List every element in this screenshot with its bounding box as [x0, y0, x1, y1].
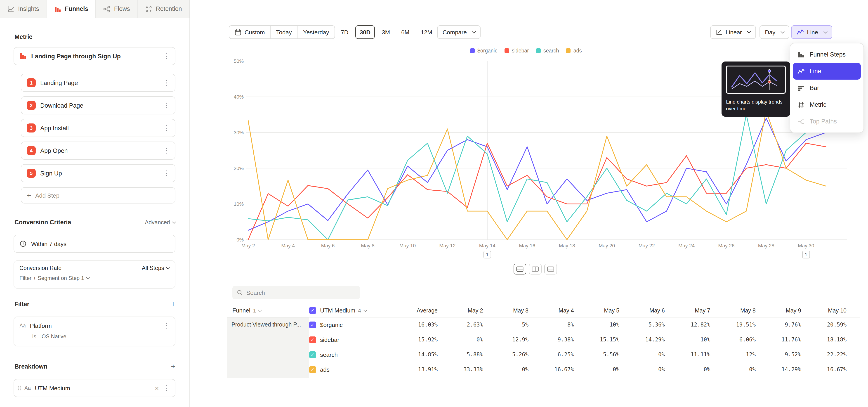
tab-retention[interactable]: Retention [138, 0, 190, 18]
svg-text:May 14: May 14 [479, 243, 495, 249]
kebab-icon[interactable]: ⋮ [162, 101, 170, 109]
table-row-organic[interactable]: ✓$organic16.03%2.63%5%8%10%5.36%12.82%19… [227, 317, 860, 333]
day-value-cell: 5.36% [619, 321, 665, 328]
menu-item-line[interactable]: Line [793, 63, 861, 80]
average-value-cell: 15.92% [377, 337, 438, 343]
filter-operator[interactable]: Is [32, 333, 36, 340]
all-steps-dropdown[interactable]: All Steps [142, 265, 169, 271]
interval-day-button[interactable]: Day [760, 25, 789, 39]
menu-item-funnel-steps[interactable]: Funnel Steps [793, 46, 861, 63]
svg-text:1: 1 [805, 252, 807, 257]
chevron-down-icon [258, 308, 262, 312]
filter-segment-label: Filter + Segment on Step 1 [20, 275, 84, 281]
svg-text:May 2: May 2 [241, 243, 255, 249]
funnel-step-1[interactable]: 1 Landing Page ⋮ [21, 74, 176, 92]
kebab-icon[interactable]: ⋮ [162, 79, 170, 87]
series-checkbox[interactable]: ✓ [309, 366, 316, 373]
today-button[interactable]: Today [271, 26, 298, 38]
kebab-icon[interactable]: ⋮ [162, 124, 170, 132]
legend-item-ads[interactable]: ads [566, 48, 582, 53]
layout-rows-icon [516, 267, 524, 272]
remove-breakdown-icon[interactable]: × [152, 384, 161, 392]
svg-text:30%: 30% [234, 130, 244, 135]
conversion-rate-label: Conversion Rate [20, 265, 61, 271]
linear-scale-button[interactable]: Linear [710, 25, 756, 39]
kebab-icon[interactable]: ⋮ [162, 169, 170, 177]
svg-text:20%: 20% [234, 165, 244, 171]
today-label: Today [276, 29, 292, 35]
kebab-icon[interactable]: ⋮ [162, 147, 170, 155]
funnel-step-3[interactable]: 3 App Install ⋮ [21, 119, 176, 137]
table-row-sidebar[interactable]: ✓sidebar15.92%0%12.9%9.38%15.15%14.29%10… [227, 333, 860, 347]
range-button-12m[interactable]: 12M [416, 25, 437, 39]
day-value-cell: 0% [619, 351, 665, 358]
kebab-icon[interactable]: ⋮ [162, 52, 170, 60]
conversion-criteria-heading: Conversion Criteria [14, 219, 71, 226]
tab-flows[interactable]: Flows [96, 0, 138, 18]
yesterday-label: Yesterday [303, 29, 329, 35]
range-button-3m[interactable]: 3M [377, 25, 395, 39]
day-label: Day [765, 29, 775, 35]
kebab-icon[interactable]: ⋮ [162, 384, 170, 392]
breakdown-heading: Breakdown [14, 363, 48, 370]
menu-item-top-paths[interactable]: Top Paths [793, 113, 861, 130]
layout-rows-toggle[interactable] [514, 264, 526, 275]
custom-date-button[interactable]: Custom [229, 26, 271, 38]
day-value-cell: 33.33% [438, 366, 483, 373]
funnel-step-5[interactable]: 5 Sign Up ⋮ [21, 164, 176, 182]
legend-item-organic[interactable]: $organic [470, 48, 497, 53]
advanced-dropdown[interactable]: Advanced [145, 219, 176, 225]
svg-text:May 22: May 22 [639, 243, 655, 249]
all-steps-label: All Steps [142, 265, 164, 271]
filter-card[interactable]: Aa Platform ⋮ Is iOS Native [13, 317, 176, 346]
legend-swatch [566, 49, 571, 53]
kebab-icon[interactable]: ⋮ [162, 321, 170, 330]
step-label: App Install [40, 125, 69, 131]
filter-segment-dropdown[interactable]: Filter + Segment on Step 1 [20, 275, 169, 281]
series-name-cell: ✓sidebar [309, 336, 377, 343]
add-step-button[interactable]: + Add Step [21, 187, 176, 204]
menu-item-label: Top Paths [810, 118, 837, 125]
legend-item-search[interactable]: search [536, 48, 559, 53]
menu-item-metric[interactable]: Metric [793, 96, 861, 113]
series-checkbox[interactable]: ✓ [309, 351, 316, 358]
chevron-down-icon [824, 30, 827, 33]
svg-text:May 26: May 26 [718, 243, 735, 249]
funnel-step-2[interactable]: 2 Download Page ⋮ [21, 96, 176, 115]
day-value-cell: 8% [528, 321, 574, 328]
breakdown-card[interactable]: Aa UTM Medium × ⋮ [13, 379, 176, 397]
day-value-cell: 14.29% [756, 366, 801, 373]
yesterday-button[interactable]: Yesterday [298, 26, 335, 38]
legend-item-sidebar[interactable]: sidebar [504, 48, 529, 53]
utm-medium-column-dropdown[interactable]: ✓ UTM Medium 4 [309, 307, 377, 314]
range-button-6m[interactable]: 6M [397, 25, 414, 39]
filter-value[interactable]: iOS Native [40, 333, 66, 340]
compare-button[interactable]: Compare [437, 25, 481, 39]
funnel-column-dropdown[interactable]: Funnel 1 [227, 307, 309, 314]
tab-funnels[interactable]: Funnels [47, 0, 96, 18]
day-value-cell: 11.11% [665, 351, 710, 358]
flows-icon [103, 5, 111, 12]
chart-type-button[interactable]: Line [791, 25, 832, 39]
series-name: ads [320, 366, 330, 373]
add-breakdown-button[interactable]: + [171, 363, 176, 370]
funnel-step-4[interactable]: 4 App Open ⋮ [21, 142, 176, 160]
series-checkbox[interactable]: ✓ [309, 336, 316, 343]
search-input[interactable] [246, 289, 355, 296]
range-button-30d[interactable]: 30D [355, 25, 375, 39]
tab-insights[interactable]: Insights [0, 0, 47, 18]
utm-column-count: 4 [358, 307, 361, 314]
day-value-cell: 16.67% [528, 366, 574, 373]
layout-bottom-toggle[interactable] [544, 264, 557, 275]
conversion-window-card[interactable]: Within 7 days [13, 235, 176, 253]
menu-item-bar[interactable]: Bar [793, 80, 861, 96]
add-filter-button[interactable]: + [171, 300, 176, 308]
select-all-checkbox[interactable]: ✓ [309, 307, 316, 314]
series-checkbox[interactable]: ✓ [309, 321, 316, 328]
drag-handle-icon[interactable] [18, 385, 21, 391]
layout-columns-toggle[interactable] [529, 264, 541, 275]
funnel-metric-card[interactable]: Landing Page through Sign Up ⋮ [13, 47, 176, 65]
table-row-ads[interactable]: ✓ads13.91%33.33%0%16.67%0%0%0%0%14.29%16… [227, 362, 860, 377]
range-button-7d[interactable]: 7D [336, 25, 353, 39]
table-row-search[interactable]: ✓search14.85%5.88%5.26%6.25%5.56%0%11.11… [227, 347, 860, 362]
